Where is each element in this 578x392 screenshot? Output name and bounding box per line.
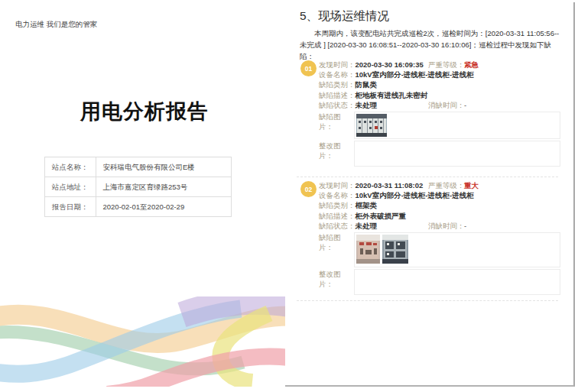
defect-status-value: 未处理 xyxy=(356,222,378,230)
defect-description-label: 缺陷描述： xyxy=(319,90,356,100)
section-title: 5、现场运维情况 xyxy=(300,8,389,24)
inspection-summary: 本周期内，该变配电站共完成巡检2次，巡检时间为：[2020-03-31 11:0… xyxy=(300,28,564,62)
resolved-time-label: 消缺时间： xyxy=(428,221,465,231)
defect-status-label: 缺陷状态： xyxy=(319,221,356,231)
device-name-value: 10kV室内部分-进线柜-进线柜-进线柜 xyxy=(356,191,474,199)
defect-description-value: 柜地板有进线孔未密封 xyxy=(356,91,428,99)
report-date-label: 报告日期： xyxy=(45,197,96,217)
table-row: 报告日期： 2020-02-01至2020-02-29 xyxy=(45,197,232,217)
resolved-time-value: - xyxy=(464,221,466,231)
report-title: 用电分析报告 xyxy=(0,98,289,125)
item-divider xyxy=(297,300,558,301)
report-date-value: 2020-02-01至2020-02-29 xyxy=(96,197,232,217)
table-row: 站点地址： 上海市嘉定区育绿路253号 xyxy=(45,177,232,197)
defect-status-value: 未处理 xyxy=(356,101,378,109)
defect-category-value: 框架类 xyxy=(356,201,378,209)
device-name-label: 设备名称： xyxy=(319,70,356,79)
severity-value: 重大 xyxy=(464,180,479,190)
severity-value: 紧急 xyxy=(464,60,479,70)
defect-item-01: 01 发现时间：2020-03-30 16:09:35 严重等级：紧急 设备名称… xyxy=(319,60,560,167)
brand-tagline: 电力运维 我们是您的管家 xyxy=(15,20,97,30)
resolved-time-value: - xyxy=(464,100,466,110)
found-time-label: 发现时间： xyxy=(319,60,356,70)
defect-category-label: 缺陷类别： xyxy=(319,79,356,89)
defect-photo-thumbnail[interactable] xyxy=(356,114,387,137)
report-preview: 电力运维 我们是您的管家 用电分析报告 站点名称： 安科瑞电气股份有限公司E楼 … xyxy=(0,0,578,392)
table-row: 站点名称： 安科瑞电气股份有限公司E楼 xyxy=(45,157,232,177)
item-divider xyxy=(297,177,558,177)
defect-description-value: 柜外表破损严重 xyxy=(356,212,407,220)
severity-label: 严重等级： xyxy=(428,60,465,70)
rectified-photos-box xyxy=(354,269,560,295)
defect-index-badge: 02 xyxy=(300,181,317,197)
found-time-value: 2020-03-31 11:08:02 xyxy=(356,181,424,190)
device-name-label: 设备名称： xyxy=(319,190,356,200)
defect-photo-thumbnail[interactable] xyxy=(382,235,408,264)
resolved-time-label: 消缺时间： xyxy=(428,100,465,110)
defect-photos-box xyxy=(354,232,560,267)
defect-index-badge: 01 xyxy=(300,60,317,76)
site-address-label: 站点地址： xyxy=(45,177,96,197)
defect-photos-label: 缺陷图片： xyxy=(319,112,354,131)
rectified-photos-box xyxy=(354,141,560,167)
site-name-value: 安科瑞电气股份有限公司E楼 xyxy=(96,157,232,177)
rectified-photos-label: 整改图片： xyxy=(319,269,354,289)
defect-photo-thumbnail[interactable] xyxy=(356,235,380,264)
report-page: 5、现场运维情况 本周期内，该变配电站共完成巡检2次，巡检时间为：[2020-0… xyxy=(285,2,575,387)
defect-photos-label: 缺陷图片： xyxy=(319,232,354,252)
site-info-table: 站点名称： 安科瑞电气股份有限公司E楼 站点地址： 上海市嘉定区育绿路253号 … xyxy=(44,157,232,217)
found-time-value: 2020-03-30 16:09:35 xyxy=(356,60,424,69)
defect-status-label: 缺陷状态： xyxy=(319,100,356,110)
rectified-photos-label: 整改图片： xyxy=(319,141,354,160)
device-name-value: 10kV室内部分-进线柜-进线柜-进线柜 xyxy=(356,70,474,79)
defect-category-value: 防鼠类 xyxy=(356,80,378,89)
defect-category-label: 缺陷类别： xyxy=(319,200,356,210)
decorative-ribbons xyxy=(0,296,289,387)
cover-page: 电力运维 我们是您的管家 用电分析报告 站点名称： 安科瑞电气股份有限公司E楼 … xyxy=(0,0,285,392)
found-time-label: 发现时间： xyxy=(319,180,356,190)
defect-photos-box xyxy=(354,112,560,139)
site-address-value: 上海市嘉定区育绿路253号 xyxy=(96,177,232,197)
defect-description-label: 缺陷描述： xyxy=(319,211,356,221)
defect-item-02: 02 发现时间：2020-03-31 11:08:02 严重等级：重大 设备名称… xyxy=(319,180,560,295)
site-name-label: 站点名称： xyxy=(45,157,96,177)
severity-label: 严重等级： xyxy=(428,180,465,190)
